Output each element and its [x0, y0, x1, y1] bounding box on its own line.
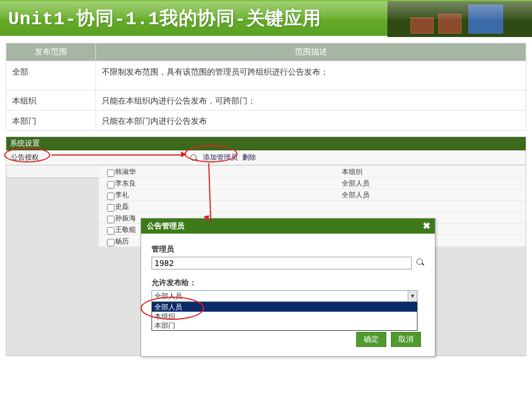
desc-cell: 不限制发布范围，具有该范围的管理员可跨组织进行公告发布；	[96, 61, 526, 90]
chevron-down-icon[interactable]: ▼	[408, 291, 417, 301]
desc-cell: 只能在本组织内进行公告发布，可跨部门；	[96, 90, 526, 110]
row-user: 李东良	[115, 178, 136, 189]
search-icon[interactable]	[416, 258, 424, 268]
row-user: 孙振海	[115, 212, 136, 224]
row-checkbox[interactable]	[107, 169, 114, 177]
dialog-title: 公告管理员	[147, 221, 184, 230]
row-user: 李礼	[115, 189, 129, 201]
auth-label: 公告授权	[6, 150, 43, 164]
scope-cell: 本部门	[6, 110, 96, 131]
manager-input[interactable]	[152, 257, 412, 269]
cancel-button[interactable]: 取消	[391, 332, 421, 347]
row-checkbox[interactable]	[107, 239, 114, 246]
row-checkbox[interactable]	[107, 227, 114, 235]
delete-button[interactable]: 删除	[242, 150, 256, 164]
page-title: Unit1-协同-1.1我的协同-关键应用	[0, 1, 532, 31]
scope-cell: 全部	[6, 61, 96, 90]
dropdown-option[interactable]: 本部门	[152, 321, 417, 330]
close-icon[interactable]: ✖	[423, 219, 430, 234]
add-admin-button[interactable]: 添加管理员	[203, 150, 238, 164]
scope-info-table: 发布范围 范围描述 全部 不限制发布范围，具有该范围的管理员可跨组织进行公告发布…	[6, 43, 526, 131]
system-screenshot: 系统设置 公告授权 添加管理员 删除 用户 发布范围 韩淑华本组织 李东良全部人…	[6, 136, 526, 356]
row-checkbox[interactable]	[107, 204, 114, 212]
table-row: 史磊	[99, 201, 526, 212]
allow-label: 允许发布给：	[152, 278, 424, 288]
select-value: 全部人员	[154, 292, 182, 300]
row-range: 全部人员	[342, 189, 370, 201]
sys-header: 系统设置	[6, 137, 526, 150]
row-checkbox[interactable]	[107, 216, 114, 223]
col-scope-header: 发布范围	[6, 43, 96, 61]
ok-button[interactable]: 确定	[356, 332, 386, 347]
dialog-header[interactable]: 公告管理员 ✖	[141, 219, 435, 234]
allow-select[interactable]: 全部人员 ▼ 全部人员 本组织 本部门	[152, 290, 424, 302]
row-checkbox[interactable]	[107, 193, 114, 200]
col-desc-header: 范围描述	[96, 43, 526, 61]
row-user: 韩淑华	[115, 166, 136, 178]
row-user: 杨历	[115, 235, 129, 247]
dropdown-option[interactable]: 全部人员	[152, 302, 417, 312]
row-user: 史磊	[115, 201, 129, 212]
title-banner: Unit1-协同-1.1我的协同-关键应用	[0, 0, 532, 36]
admin-dialog: 公告管理员 ✖ 管理员 允许发布给： 全部人员 ▼ 全部人员 本组织 本部门	[141, 218, 435, 357]
row-checkbox[interactable]	[107, 181, 114, 189]
row-range: 全部人员	[342, 178, 370, 189]
desc-cell: 只能在本部门内进行公告发布	[96, 110, 526, 131]
scope-cell: 本组织	[6, 90, 96, 110]
manager-label: 管理员	[152, 244, 424, 254]
table-row: 李东良全部人员	[99, 178, 526, 189]
dropdown-option[interactable]: 本组织	[152, 312, 417, 321]
row-user: 王敬能	[115, 224, 136, 235]
table-row: 李礼全部人员	[99, 189, 526, 201]
row-range: 本组织	[342, 166, 363, 178]
allow-dropdown: 全部人员 本组织 本部门	[152, 302, 418, 331]
sys-toolbar: 公告授权 添加管理员 删除	[6, 150, 526, 165]
table-row: 韩淑华本组织	[99, 166, 526, 178]
